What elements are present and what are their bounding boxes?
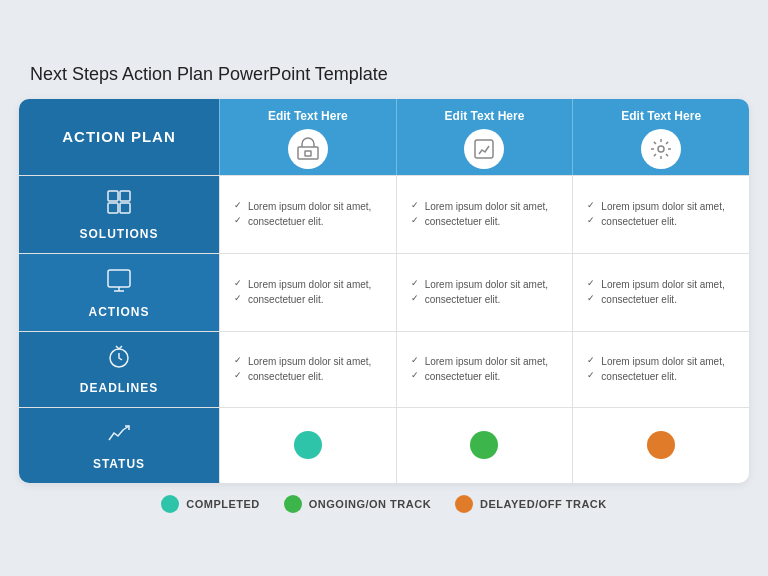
deadlines-cell-2: Lorem ipsum dolor sit amet, consectetuer… <box>396 332 573 407</box>
action-plan-header: ACTION PLAN <box>19 99 219 175</box>
status-row: STATUS <box>19 407 749 483</box>
solutions-row: SOLUTIONS Lorem ipsum dolor sit amet, co… <box>19 175 749 253</box>
legend: COMPLETED ONGOING/ON TRACK DELAYED/OFF T… <box>161 495 607 513</box>
actions-label: ACTIONS <box>19 254 219 331</box>
deadlines-text: DEADLINES <box>80 381 158 395</box>
status-text: STATUS <box>93 457 145 471</box>
deadlines-icon <box>106 344 132 375</box>
deadlines-row: DEADLINES Lorem ipsum dolor sit amet, co… <box>19 331 749 407</box>
solutions-icon <box>105 188 133 221</box>
col3-icon <box>641 129 681 169</box>
actions-text: ACTIONS <box>89 305 150 319</box>
action-plan-card: ACTION PLAN Edit Text Here Edit Text Her… <box>19 99 749 483</box>
svg-rect-7 <box>120 203 130 213</box>
actions-cell-2: Lorem ipsum dolor sit amet, consectetuer… <box>396 254 573 331</box>
status-cell-3 <box>572 408 749 483</box>
svg-rect-2 <box>475 140 493 158</box>
col1-icon <box>288 129 328 169</box>
svg-point-3 <box>658 146 664 152</box>
col1-header: Edit Text Here <box>219 99 396 175</box>
legend-dot-ongoing <box>284 495 302 513</box>
col2-header: Edit Text Here <box>396 99 573 175</box>
deadlines-cell-1: Lorem ipsum dolor sit amet, consectetuer… <box>219 332 396 407</box>
legend-completed: COMPLETED <box>161 495 260 513</box>
legend-label-ongoing: ONGOING/ON TRACK <box>309 498 431 510</box>
status-icon <box>106 420 132 451</box>
svg-rect-8 <box>108 270 130 287</box>
actions-icon <box>105 266 133 299</box>
status-cell-1 <box>219 408 396 483</box>
svg-rect-6 <box>108 203 118 213</box>
solutions-cell-2: Lorem ipsum dolor sit amet, consectetuer… <box>396 176 573 253</box>
legend-label-delayed: DELAYED/OFF TRACK <box>480 498 607 510</box>
legend-dot-delayed <box>455 495 473 513</box>
legend-delayed: DELAYED/OFF TRACK <box>455 495 607 513</box>
svg-rect-1 <box>305 151 311 156</box>
legend-label-completed: COMPLETED <box>186 498 260 510</box>
deadlines-cell-3: Lorem ipsum dolor sit amet, consectetuer… <box>572 332 749 407</box>
actions-cell-1: Lorem ipsum dolor sit amet, consectetuer… <box>219 254 396 331</box>
deadlines-label: DEADLINES <box>19 332 219 407</box>
status-label: STATUS <box>19 408 219 483</box>
page-title: Next Steps Action Plan PowerPoint Templa… <box>30 64 388 85</box>
solutions-label: SOLUTIONS <box>19 176 219 253</box>
solutions-text: SOLUTIONS <box>79 227 158 241</box>
status-dot-1 <box>294 431 322 459</box>
svg-rect-0 <box>298 147 318 159</box>
svg-rect-4 <box>108 191 118 201</box>
actions-row: ACTIONS Lorem ipsum dolor sit amet, cons… <box>19 253 749 331</box>
legend-dot-completed <box>161 495 179 513</box>
legend-ongoing: ONGOING/ON TRACK <box>284 495 431 513</box>
status-cell-2 <box>396 408 573 483</box>
solutions-cell-1: Lorem ipsum dolor sit amet, consectetuer… <box>219 176 396 253</box>
svg-rect-5 <box>120 191 130 201</box>
col3-header: Edit Text Here <box>572 99 749 175</box>
status-dot-2 <box>470 431 498 459</box>
col2-icon <box>464 129 504 169</box>
actions-cell-3: Lorem ipsum dolor sit amet, consectetuer… <box>572 254 749 331</box>
solutions-cell-3: Lorem ipsum dolor sit amet, consectetuer… <box>572 176 749 253</box>
status-dot-3 <box>647 431 675 459</box>
table-header: ACTION PLAN Edit Text Here Edit Text Her… <box>19 99 749 175</box>
